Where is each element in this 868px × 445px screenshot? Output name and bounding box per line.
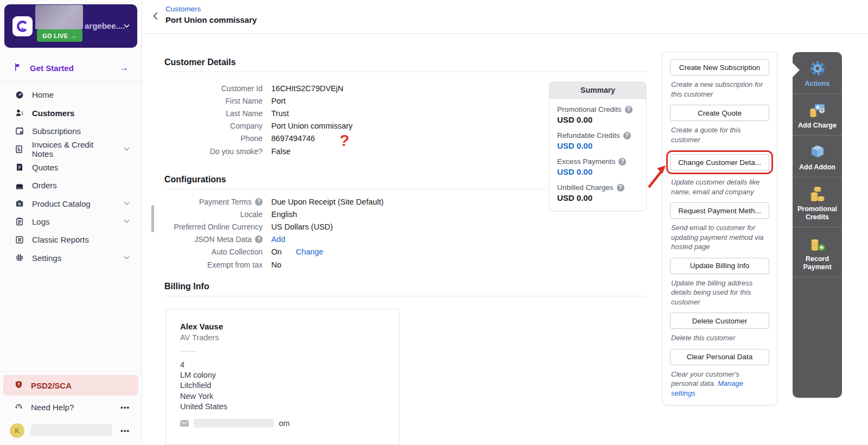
- rail-item[interactable]: Add Charge: [793, 94, 842, 136]
- rail-item[interactable]: Record Payment: [793, 227, 842, 277]
- sidebar-item[interactable]: Settings: [0, 249, 142, 267]
- action-button[interactable]: Create New Subscription: [670, 59, 769, 75]
- rail-pointer: [793, 63, 800, 77]
- rail-item[interactable]: Actions: [793, 52, 842, 94]
- field-value: Trust: [271, 109, 289, 118]
- subscriptions-icon: [15, 126, 24, 135]
- site-switcher-card[interactable]: argebee.... GO LIVE: [4, 4, 137, 48]
- rail-item[interactable]: Promotional Credits: [793, 177, 842, 227]
- more-options-icon[interactable]: [120, 427, 130, 435]
- more-options-icon[interactable]: [120, 403, 130, 411]
- sidebar-item-label: Quotes: [32, 163, 58, 172]
- detail-row: Company Port Union commissary: [164, 120, 353, 132]
- rail-item[interactable]: Add Addon: [793, 136, 842, 177]
- billing-company: AV Traders: [180, 333, 385, 342]
- help-icon[interactable]: [255, 198, 263, 206]
- logs-icon: [15, 217, 24, 226]
- left-sidebar: argebee.... GO LIVE Get Started Home Cus…: [0, 0, 142, 445]
- sidebar-item-need-help[interactable]: ? Need Help?: [0, 396, 142, 418]
- config-value: No: [271, 260, 282, 269]
- sidebar-item-get-started[interactable]: Get Started: [0, 60, 142, 76]
- action-item: Create New Subscription Create a new sub…: [670, 59, 769, 99]
- sidebar-items: Home Customers Subscriptions: [0, 86, 142, 267]
- billing-address: 4LM colonyLitchfieldNew YorkUnited State…: [180, 360, 385, 412]
- chevron-down-icon[interactable]: [124, 201, 130, 206]
- chevron-down-icon[interactable]: [124, 24, 130, 28]
- back-button[interactable]: [153, 12, 158, 20]
- summary-card: Summary Promotional Credits USD 0.00 Ref…: [549, 81, 647, 211]
- summary-item-label: Refundable Credits: [557, 131, 620, 139]
- help-icon[interactable]: [617, 184, 624, 192]
- divider: [164, 189, 547, 189]
- user-account-row[interactable]: K: [0, 418, 142, 442]
- rail-item-label: Promotional Credits: [794, 205, 840, 221]
- action-description: Send email to customer for updating paym…: [671, 223, 768, 252]
- actions-panel: Create New Subscription Create a new sub…: [662, 52, 777, 405]
- chevron-down-icon[interactable]: [124, 219, 130, 224]
- summary-item: Promotional Credits USD 0.00: [557, 105, 639, 124]
- action-rail: Actions Add Charge Add Addon Promotional…: [793, 52, 842, 398]
- promotional-credits-icon: [808, 185, 827, 203]
- breadcrumb-parent-link[interactable]: Customers: [165, 5, 257, 13]
- go-live-button[interactable]: GO LIVE: [37, 29, 82, 42]
- divider: [164, 296, 647, 296]
- action-item: Update Billing Info Update the billing a…: [670, 258, 769, 307]
- summary-items: Promotional Credits USD 0.00 Refundable …: [550, 99, 646, 211]
- page-title: Port Union commissary: [165, 15, 257, 24]
- field-value: 16CHItS2C79DVEjN: [271, 84, 343, 93]
- help-icon[interactable]: [618, 158, 626, 166]
- rail-items: Actions Add Charge Add Addon Promotional…: [793, 52, 842, 277]
- sidebar-item-psd2-sca[interactable]: PSD2/SCA: [3, 375, 138, 396]
- sidebar-item[interactable]: Product Catalog: [0, 194, 142, 212]
- scrollbar-thumb[interactable]: [151, 205, 154, 232]
- sidebar-item[interactable]: Logs: [0, 213, 142, 231]
- sidebar-item[interactable]: Invoices & Credit Notes: [0, 140, 142, 158]
- help-icon[interactable]: [625, 106, 633, 113]
- action-item: Change Customer Deta... Update customer …: [670, 150, 769, 196]
- field-value: 8697494746: [271, 134, 315, 143]
- shield-icon: [15, 380, 23, 390]
- breadcrumb: Customers Port Union commissary: [165, 5, 257, 24]
- field-label: Customer Id: [164, 84, 271, 93]
- action-button[interactable]: Delete Customer: [670, 313, 769, 329]
- actions-gear-icon: [808, 59, 827, 78]
- configuration-rows: Payment Terms Due Upon Receipt (Site Def…: [164, 195, 384, 271]
- section-title-configurations: Configurations: [164, 175, 226, 185]
- summary-item-label: Unbilled Charges: [557, 183, 614, 192]
- config-row: JSON Meta Data Add: [164, 233, 384, 246]
- add-addon-icon: [808, 143, 827, 161]
- sidebar-item[interactable]: Classic Reports: [0, 231, 142, 249]
- sidebar-item[interactable]: Subscriptions: [0, 122, 142, 140]
- action-button[interactable]: Request Payment Meth...: [670, 202, 769, 219]
- action-button[interactable]: Clear Personal Data: [670, 349, 769, 365]
- chevron-down-icon[interactable]: [124, 256, 130, 260]
- chevron-down-icon[interactable]: [124, 147, 130, 151]
- billing-email-row: om: [180, 419, 385, 428]
- field-label: Last Name: [164, 109, 271, 118]
- detail-row: Do you smoke? False: [164, 145, 353, 157]
- sidebar-item-label: Invoices & Credit Notes: [32, 140, 116, 158]
- config-link[interactable]: Change: [296, 247, 323, 256]
- field-label: Do you smoke?: [164, 147, 271, 156]
- action-description: Create a new subscription for this custo…: [671, 80, 768, 99]
- action-button[interactable]: Change Customer Deta...: [670, 154, 769, 170]
- action-button[interactable]: Update Billing Info: [670, 258, 769, 274]
- sidebar-item[interactable]: Home: [0, 86, 142, 104]
- email-visible-suffix: om: [279, 419, 290, 428]
- config-link[interactable]: Add: [271, 235, 285, 244]
- field-label: Phone: [164, 134, 271, 143]
- summary-item: Excess Payments USD 0.00: [557, 157, 639, 176]
- sidebar-item[interactable]: Orders: [0, 176, 142, 194]
- reports-icon: [15, 236, 24, 244]
- envelope-icon: [180, 420, 189, 427]
- sidebar-item[interactable]: Quotes: [0, 158, 142, 176]
- rail-item-label: Actions: [805, 80, 830, 88]
- sidebar-item-label: Classic Reports: [32, 235, 89, 244]
- help-icon[interactable]: [255, 236, 263, 243]
- help-icon[interactable]: [623, 132, 631, 139]
- sidebar-item[interactable]: Customers: [0, 104, 142, 122]
- site-name-redacted: [35, 5, 83, 29]
- sidebar-item-label: Settings: [32, 253, 61, 263]
- action-description: Create a quote for this customer: [671, 125, 768, 144]
- action-button[interactable]: Create Quote: [670, 105, 769, 121]
